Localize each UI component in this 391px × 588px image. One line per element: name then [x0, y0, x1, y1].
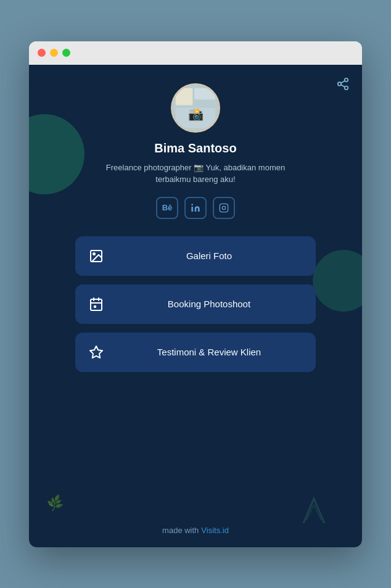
svg-point-11 — [191, 204, 193, 205]
svg-line-3 — [341, 85, 345, 87]
behance-link[interactable]: Bē — [156, 197, 178, 219]
linkedin-link[interactable] — [184, 197, 207, 219]
close-button[interactable] — [38, 49, 46, 57]
instagram-link[interactable] — [213, 197, 235, 219]
svg-line-4 — [341, 80, 345, 83]
social-links: Bē — [156, 197, 235, 219]
svg-point-14 — [226, 205, 226, 206]
svg-rect-7 — [194, 88, 215, 99]
svg-rect-12 — [220, 204, 228, 212]
main-content: 📸 Bima Santoso Freelance photographer 📷 … — [29, 65, 362, 547]
maximize-button[interactable] — [62, 49, 70, 57]
svg-point-16 — [93, 253, 95, 255]
booking-photoshoot-label: Booking Photoshoot — [115, 299, 303, 309]
galeri-foto-button[interactable]: Galeri Foto — [75, 236, 316, 276]
browser-content: 🌿 — [29, 65, 362, 547]
svg-rect-17 — [91, 299, 102, 310]
avatar-container: 📸 — [171, 83, 220, 133]
action-buttons: Galeri Foto Booking Photoshoot — [75, 236, 316, 372]
minimize-button[interactable] — [50, 49, 58, 57]
testimoni-button[interactable]: Testimoni & Review Klien — [75, 333, 316, 372]
svg-rect-10 — [191, 207, 193, 212]
footer-prefix: made with — [162, 526, 199, 535]
browser-titlebar — [29, 41, 362, 65]
gallery-icon — [88, 247, 105, 265]
svg-point-13 — [222, 206, 225, 209]
avatar: 📸 — [171, 83, 220, 133]
browser-window: 🌿 — [29, 41, 362, 547]
share-button[interactable] — [336, 77, 350, 93]
svg-rect-6 — [176, 88, 193, 105]
star-icon — [88, 344, 105, 361]
footer: made with Visits.id — [162, 513, 229, 535]
svg-marker-22 — [90, 346, 102, 358]
profile-bio: Freelance photographer 📷 Yuk, abadikan m… — [97, 162, 294, 186]
galeri-foto-label: Galeri Foto — [115, 251, 303, 261]
testimoni-label: Testimoni & Review Klien — [115, 347, 303, 357]
svg-text:📸: 📸 — [188, 106, 204, 122]
svg-rect-21 — [94, 305, 96, 308]
calendar-icon — [88, 296, 105, 313]
footer-brand[interactable]: Visits.id — [201, 526, 229, 535]
profile-name: Bima Santoso — [154, 141, 236, 155]
avatar-image: 📸 — [173, 85, 218, 131]
booking-photoshoot-button[interactable]: Booking Photoshoot — [75, 284, 316, 324]
